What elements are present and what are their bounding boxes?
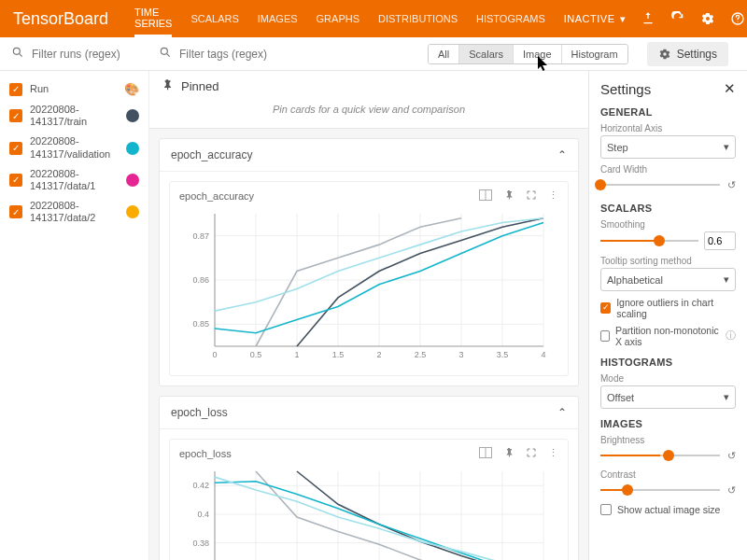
group-images: IMAGES xyxy=(600,418,736,429)
help-icon[interactable]: ⓘ xyxy=(726,329,736,343)
upload-icon[interactable] xyxy=(640,10,656,27)
more-icon[interactable]: ⋮ xyxy=(548,447,558,460)
status-label: INACTIVE xyxy=(564,13,615,24)
section-header[interactable]: epoch_accuracy ⌃ xyxy=(160,139,578,172)
caret-down-icon: ▾ xyxy=(620,13,627,25)
section-epoch-accuracy: epoch_accuracy ⌃ epoch_accuracy ⋮ 0.850.… xyxy=(159,138,579,386)
horizontal-axis-select[interactable]: Step▾ xyxy=(600,135,736,159)
mode-select[interactable]: Offset▾ xyxy=(600,385,736,409)
tab-scalars[interactable]: SCALARS xyxy=(190,0,238,37)
svg-text:0.38: 0.38 xyxy=(192,539,209,548)
brand: TensorBoard xyxy=(13,9,108,29)
svg-point-1 xyxy=(737,21,738,22)
reset-icon[interactable]: ↺ xyxy=(727,484,736,497)
rect-icon[interactable] xyxy=(479,189,492,203)
tab-distributions[interactable]: DISTRIBUTIONS xyxy=(378,0,458,37)
svg-text:2: 2 xyxy=(376,350,381,359)
tab-images[interactable]: IMAGES xyxy=(258,0,298,37)
run-row[interactable]: 20220808-141317/data/1 xyxy=(9,164,139,196)
svg-text:1: 1 xyxy=(294,350,299,359)
tooltip-sorting-select[interactable]: Alphabetical▾ xyxy=(600,268,736,291)
checkbox[interactable] xyxy=(9,174,22,187)
pin-icon xyxy=(161,78,174,94)
run-label: 20220808-141317/train xyxy=(30,104,120,128)
brightness-slider[interactable]: ↺ xyxy=(600,447,736,464)
close-icon[interactable]: ✕ xyxy=(724,80,736,97)
pin-icon[interactable] xyxy=(503,447,514,460)
card-title: epoch_accuracy xyxy=(179,190,254,202)
group-scalars: SCALARS xyxy=(600,203,736,214)
caret-down-icon: ▾ xyxy=(724,141,729,153)
pinned-section: Pinned Pin cards for a quick view and co… xyxy=(149,71,588,129)
run-row[interactable]: 20220808-141317/train xyxy=(9,100,139,132)
card-title: epoch_loss xyxy=(179,448,232,459)
gear-icon[interactable] xyxy=(699,10,716,27)
status-dropdown[interactable]: INACTIVE ▾ xyxy=(564,13,627,25)
rect-icon[interactable] xyxy=(479,447,492,460)
run-row[interactable]: 20220808-141317/data/2 xyxy=(9,196,139,228)
search-icon xyxy=(159,46,172,62)
section-title: epoch_accuracy xyxy=(171,148,252,161)
settings-panel: Settings ✕ GENERAL Horizontal Axis Step▾… xyxy=(588,71,747,560)
header-actions: INACTIVE ▾ xyxy=(564,10,746,27)
more-icon[interactable]: ⋮ xyxy=(548,189,558,203)
svg-line-3 xyxy=(19,53,21,56)
svg-text:1.5: 1.5 xyxy=(332,350,345,359)
card-width-slider[interactable]: ↺ xyxy=(600,176,736,193)
partition-x-checkbox[interactable]: Partition non-monotonic X axis ⓘ xyxy=(600,325,736,347)
color-swatch[interactable] xyxy=(126,142,139,155)
chart-epoch-loss: 0.360.380.40.42 xyxy=(179,464,558,560)
type-filter-chips: AllScalarsImageHistogram xyxy=(428,44,628,64)
checkbox[interactable] xyxy=(9,142,22,155)
contrast-slider[interactable]: ↺ xyxy=(600,482,736,498)
filter-tags-input[interactable] xyxy=(179,48,420,61)
pin-icon[interactable] xyxy=(503,189,514,203)
pinned-title: Pinned xyxy=(181,79,218,93)
svg-text:0.87: 0.87 xyxy=(192,231,209,241)
chip-scalars[interactable]: Scalars xyxy=(459,45,514,63)
run-row[interactable]: Run🎨 xyxy=(9,78,139,100)
color-swatch[interactable] xyxy=(126,109,139,122)
svg-text:4: 4 xyxy=(541,350,545,359)
settings-button[interactable]: Settings xyxy=(647,42,728,66)
color-swatch[interactable] xyxy=(126,174,139,187)
brightness-label: Brightness xyxy=(600,435,736,445)
chevron-up-icon: ⌃ xyxy=(557,406,567,419)
reset-icon[interactable]: ↺ xyxy=(727,179,736,191)
color-swatch[interactable] xyxy=(126,205,139,218)
tab-graphs[interactable]: GRAPHS xyxy=(317,0,359,37)
chip-histogram[interactable]: Histogram xyxy=(562,45,627,63)
smoothing-input[interactable] xyxy=(704,231,736,250)
app-header: TensorBoard TIME SERIESSCALARSIMAGESGRAP… xyxy=(0,0,747,37)
svg-text:0.85: 0.85 xyxy=(192,319,209,329)
ignore-outliers-checkbox[interactable]: Ignore outliers in chart scaling xyxy=(600,297,736,319)
smoothing-slider[interactable] xyxy=(600,232,698,249)
card-width-label: Card Width xyxy=(600,164,736,175)
show-actual-size-checkbox[interactable]: Show actual image size xyxy=(600,504,736,515)
settings-button-label: Settings xyxy=(677,48,717,61)
chip-all[interactable]: All xyxy=(429,45,459,63)
refresh-icon[interactable] xyxy=(669,10,686,27)
section-header[interactable]: epoch_loss ⌃ xyxy=(160,397,578,429)
caret-down-icon: ▾ xyxy=(724,273,729,286)
tab-time-series[interactable]: TIME SERIES xyxy=(134,0,172,37)
checkbox[interactable] xyxy=(9,205,22,218)
tab-histograms[interactable]: HISTOGRAMS xyxy=(476,0,545,37)
run-label: 20220808-141317/data/2 xyxy=(30,200,120,224)
palette-icon[interactable]: 🎨 xyxy=(124,82,139,96)
chip-image[interactable]: Image xyxy=(514,45,562,63)
fullscreen-icon[interactable] xyxy=(526,447,537,460)
checkbox[interactable] xyxy=(9,109,22,122)
svg-text:0.5: 0.5 xyxy=(250,350,262,359)
run-row[interactable]: 20220808-141317/validation xyxy=(9,132,139,163)
nav-tabs: TIME SERIESSCALARSIMAGESGRAPHSDISTRIBUTI… xyxy=(134,0,564,37)
svg-point-2 xyxy=(13,48,20,54)
help-icon[interactable] xyxy=(729,10,746,27)
reset-icon[interactable]: ↺ xyxy=(727,450,736,462)
search-icon xyxy=(11,46,24,62)
fullscreen-icon[interactable] xyxy=(526,189,537,203)
section-epoch-loss: epoch_loss ⌃ epoch_loss ⋮ 0.360.380.40.4… xyxy=(159,396,579,560)
tooltip-sorting-label: Tooltip sorting method xyxy=(600,256,736,266)
svg-text:0.86: 0.86 xyxy=(192,275,209,285)
checkbox[interactable] xyxy=(9,83,22,96)
